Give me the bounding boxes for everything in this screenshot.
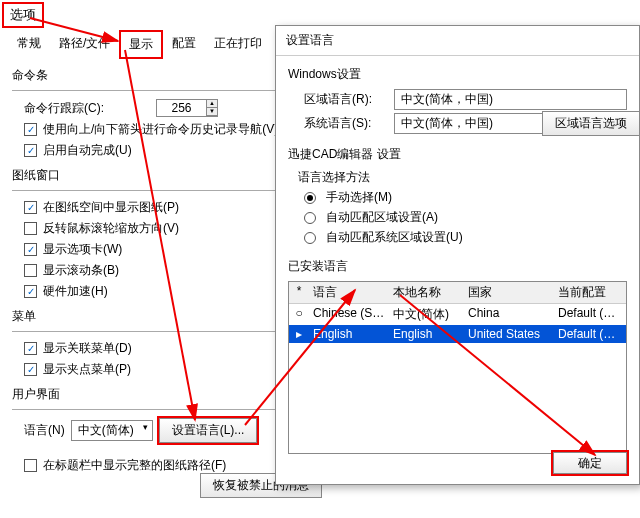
context-menu-label: 显示关联菜单(D) <box>43 340 132 357</box>
windows-settings-group: Windows设置 区域语言(R): 中文(简体，中国) 系统语言(S): 中文… <box>288 66 627 134</box>
hardware-accel-label: 硬件加速(H) <box>43 283 108 300</box>
reverse-scroll-checkbox[interactable] <box>24 222 37 235</box>
set-language-button[interactable]: 设置语言(L)... <box>159 418 258 443</box>
tab-paths[interactable]: 路径/文件 <box>50 30 119 59</box>
tab-general[interactable]: 常规 <box>8 30 50 59</box>
tab-config[interactable]: 配置 <box>163 30 205 59</box>
autocomplete-checkbox[interactable]: ✓ <box>24 144 37 157</box>
cell-lang: English <box>309 325 389 343</box>
show-tabs-checkbox[interactable]: ✓ <box>24 243 37 256</box>
installed-languages-group: 已安装语言 * 语言 本地名称 国家 当前配置 ○ Chinese (S… 中文… <box>288 258 627 454</box>
tracking-value: 256 <box>157 100 207 116</box>
grip-menu-checkbox[interactable]: ✓ <box>24 363 37 376</box>
use-arrows-label: 使用向上/向下箭头进行命令历史记录导航(V) <box>43 121 278 138</box>
region-options-button[interactable]: 区域语言选项 <box>542 111 640 136</box>
col-language[interactable]: 语言 <box>309 282 389 303</box>
method-title: 语言选择方法 <box>298 169 627 186</box>
radio-auto-region[interactable] <box>304 212 316 224</box>
radio-auto-system-label: 自动匹配系统区域设置(U) <box>326 229 463 246</box>
show-drawing-label: 在图纸空间中显示图纸(P) <box>43 199 179 216</box>
cell-config: Default (Ch… <box>554 304 626 325</box>
tracking-spinner[interactable]: 256 ▲▼ <box>156 99 218 117</box>
cell-config: Default (En… <box>554 325 626 343</box>
region-lang-dropdown[interactable]: 中文(简体，中国) <box>394 89 627 110</box>
fieldset-title: 已安装语言 <box>288 258 627 275</box>
reverse-scroll-label: 反转鼠标滚轮缩放方向(V) <box>43 220 179 237</box>
cell-country: China <box>464 304 554 325</box>
table-row[interactable]: ○ Chinese (S… 中文(简体) China Default (Ch… <box>289 304 626 325</box>
tab-printing[interactable]: 正在打印 <box>205 30 271 59</box>
hardware-accel-checkbox[interactable]: ✓ <box>24 285 37 298</box>
radio-auto-system[interactable] <box>304 232 316 244</box>
lang-dropdown[interactable]: 中文(简体) <box>71 420 153 441</box>
table-header: * 语言 本地名称 国家 当前配置 <box>289 282 626 304</box>
col-local-name[interactable]: 本地名称 <box>389 282 464 303</box>
fieldset-title: 迅捷CAD编辑器 设置 <box>288 146 627 163</box>
autocomplete-label: 启用自动完成(U) <box>43 142 132 159</box>
set-language-dialog: 设置语言 Windows设置 区域语言(R): 中文(简体，中国) 系统语言(S… <box>275 25 640 485</box>
col-config[interactable]: 当前配置 <box>554 282 626 303</box>
table-row[interactable]: English English United States Default (E… <box>289 325 626 343</box>
col-star[interactable]: * <box>289 282 309 303</box>
show-scrollbar-checkbox[interactable] <box>24 264 37 277</box>
region-lang-label: 区域语言(R): <box>304 91 384 108</box>
full-path-label: 在标题栏中显示完整的图纸路径(F) <box>43 457 226 474</box>
radio-manual-label: 手动选择(M) <box>326 189 392 206</box>
system-lang-label: 系统语言(S): <box>304 115 384 132</box>
language-table: * 语言 本地名称 国家 当前配置 ○ Chinese (S… 中文(简体) C… <box>288 281 627 454</box>
show-scrollbar-label: 显示滚动条(B) <box>43 262 119 279</box>
lang-label: 语言(N) <box>24 422 65 439</box>
full-path-checkbox[interactable] <box>24 459 37 472</box>
spinner-down[interactable]: ▼ <box>207 108 217 116</box>
show-tabs-label: 显示选项卡(W) <box>43 241 122 258</box>
spinner-up[interactable]: ▲ <box>207 100 217 108</box>
dialog-title: 设置语言 <box>276 26 639 56</box>
context-menu-checkbox[interactable]: ✓ <box>24 342 37 355</box>
show-drawing-checkbox[interactable]: ✓ <box>24 201 37 214</box>
cell-country: United States <box>464 325 554 343</box>
cell-star <box>289 325 309 343</box>
ok-button[interactable]: 确定 <box>553 452 627 474</box>
cell-lang: Chinese (S… <box>309 304 389 325</box>
tracking-label: 命令行跟踪(C): <box>24 100 104 117</box>
use-arrows-checkbox[interactable]: ✓ <box>24 123 37 136</box>
radio-auto-region-label: 自动匹配区域设置(A) <box>326 209 438 226</box>
fieldset-title: Windows设置 <box>288 66 627 83</box>
window-title: 选项 <box>2 2 44 28</box>
radio-manual[interactable] <box>304 192 316 204</box>
editor-settings-group: 迅捷CAD编辑器 设置 语言选择方法 手动选择(M) 自动匹配区域设置(A) 自… <box>288 146 627 246</box>
col-country[interactable]: 国家 <box>464 282 554 303</box>
grip-menu-label: 显示夹点菜单(P) <box>43 361 131 378</box>
tab-display[interactable]: 显示 <box>119 30 163 59</box>
cell-local: 中文(简体) <box>389 304 464 325</box>
cell-star: ○ <box>289 304 309 325</box>
cell-local: English <box>389 325 464 343</box>
